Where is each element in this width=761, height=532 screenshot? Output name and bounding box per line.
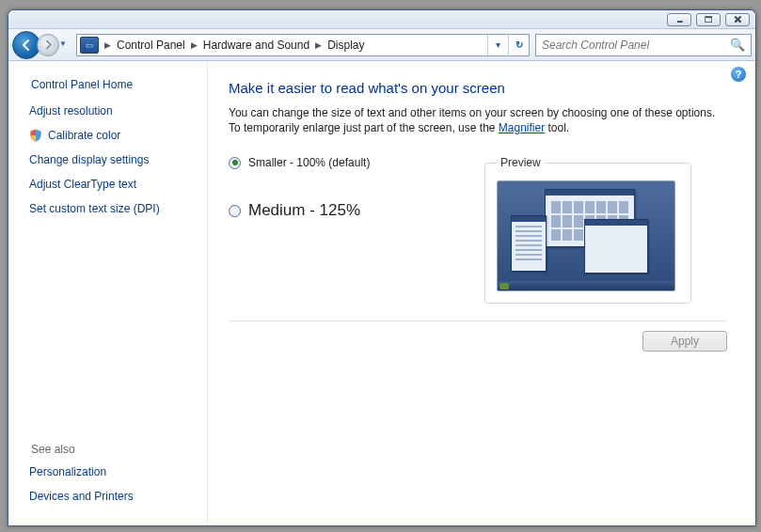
sidebar-link-cleartype[interactable]: Adjust ClearType text [29, 178, 192, 191]
navbar: ▼ ▭ ▶ Control Panel ▶ Hardware and Sound… [8, 29, 755, 61]
refresh-button[interactable]: ↻ [508, 35, 529, 55]
forward-button[interactable] [37, 34, 59, 56]
see-also-personalization[interactable]: Personalization [29, 465, 192, 478]
radio-label: Smaller - 100% (default) [248, 156, 370, 169]
description: You can change the size of text and othe… [229, 105, 727, 135]
breadcrumb-root[interactable]: Control Panel [117, 39, 185, 52]
see-also-heading: See also [31, 443, 192, 456]
breadcrumb-leaf[interactable]: Display [327, 39, 364, 52]
sidebar-link-custom-dpi[interactable]: Set custom text size (DPI) [29, 202, 192, 215]
radio-label: Medium - 125% [248, 201, 360, 220]
see-also-devices-printers[interactable]: Devices and Printers [29, 490, 192, 503]
minimize-button[interactable]: 🗕 [667, 13, 691, 26]
search-icon[interactable]: 🔍 [730, 38, 745, 52]
magnifier-link[interactable]: Magnifier [499, 121, 545, 134]
apply-button[interactable]: Apply [642, 331, 727, 352]
chevron-right-icon: ▶ [309, 40, 327, 50]
preview-image [497, 180, 675, 291]
preview-group: Preview [484, 156, 691, 304]
separator [229, 321, 727, 321]
sidebar-link-adjust-resolution[interactable]: Adjust resolution [29, 104, 192, 117]
close-button[interactable]: 🗙 [725, 13, 750, 26]
control-panel-icon: ▭ [80, 37, 99, 54]
radio-icon [229, 157, 241, 169]
nav-buttons: ▼ [12, 31, 69, 59]
search-box[interactable]: 🔍 [535, 34, 752, 56]
maximize-button[interactable]: 🗖 [696, 13, 721, 26]
control-panel-window: 🗕 🗖 🗙 ▼ ▭ ▶ Control Panel ▶ Hardware and… [8, 9, 756, 526]
radio-icon [229, 205, 241, 217]
breadcrumb-mid[interactable]: Hardware and Sound [203, 39, 309, 52]
sidebar-link-change-display[interactable]: Change display settings [29, 153, 192, 166]
titlebar: 🗕 🗖 🗙 [8, 10, 755, 29]
sidebar-link-calibrate-color[interactable]: Calibrate color [29, 129, 192, 142]
address-bar[interactable]: ▭ ▶ Control Panel ▶ Hardware and Sound ▶… [76, 34, 530, 56]
address-dropdown[interactable]: ▾ [487, 35, 508, 55]
chevron-right-icon: ▶ [185, 40, 203, 50]
preview-legend: Preview [497, 156, 545, 169]
help-icon[interactable]: ? [731, 67, 746, 82]
radio-option-medium[interactable]: Medium - 125% [229, 201, 483, 220]
shield-icon [29, 129, 42, 142]
history-dropdown[interactable]: ▼ [59, 39, 69, 51]
search-input[interactable] [542, 39, 730, 52]
page-title: Make it easier to read what's on your sc… [229, 80, 727, 96]
main-content: ? Make it easier to read what's on your … [208, 61, 755, 525]
sidebar-home-link[interactable]: Control Panel Home [31, 78, 192, 91]
chevron-right-icon: ▶ [99, 40, 117, 50]
sidebar: Control Panel Home Adjust resolution Cal… [8, 61, 208, 525]
radio-option-smaller[interactable]: Smaller - 100% (default) [229, 156, 483, 169]
